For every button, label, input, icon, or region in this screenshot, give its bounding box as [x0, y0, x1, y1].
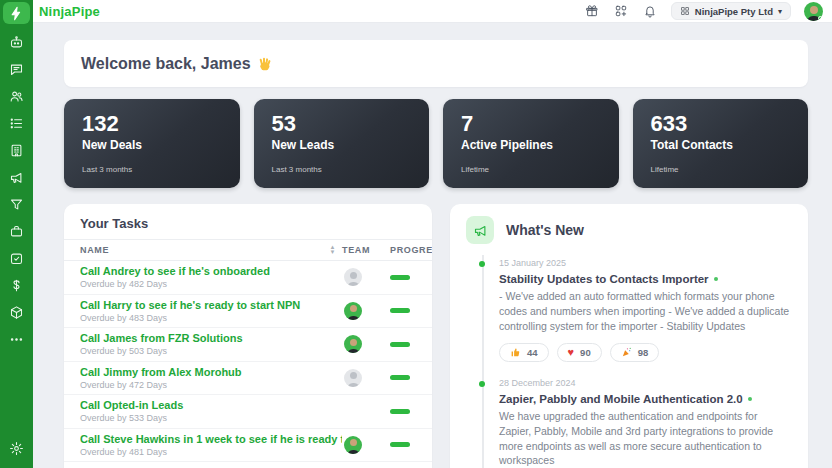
panels-row: Your Tasks NAME ▲▼ TEAM PROGRESS Call An…	[64, 204, 808, 468]
topbar-actions: NinjaPipe Pty Ltd ▾	[584, 2, 823, 21]
apps-add-button[interactable]	[613, 3, 629, 19]
stat-period: Last 3 months	[272, 165, 412, 174]
stat-value: 7	[461, 112, 601, 136]
stat-value: 633	[651, 112, 791, 136]
avatar-head	[810, 6, 818, 14]
sidebar-item-dashboard[interactable]	[3, 2, 30, 24]
sidebar-item-pipelines[interactable]	[3, 191, 30, 218]
stat-period: Last 3 months	[82, 165, 222, 174]
gift-button[interactable]	[584, 3, 600, 19]
building-icon	[9, 143, 24, 158]
column-header-progress[interactable]: PROGRESS	[390, 245, 432, 255]
app-logo: NinjaPipe	[39, 4, 100, 19]
progress-bar	[390, 275, 410, 280]
megaphone-icon	[473, 223, 488, 238]
task-due: Overdue by 482 Days	[80, 279, 342, 289]
task-link[interactable]: Call James from FZR Solutions	[80, 332, 342, 344]
whats-new-panel: What's New 15 January 2025 Stability Upd…	[450, 204, 808, 468]
party-popper-icon	[621, 347, 632, 358]
progress-bar	[390, 375, 410, 380]
sidebar-item-tasks[interactable]	[3, 245, 30, 272]
progress-bar	[390, 308, 410, 313]
stat-value: 53	[272, 112, 412, 136]
check-square-icon	[9, 251, 24, 266]
workspace-switcher[interactable]: NinjaPipe Pty Ltd ▾	[671, 2, 791, 20]
column-header-name[interactable]: NAME ▲▼	[80, 245, 342, 255]
sort-icon[interactable]: ▲▼	[329, 245, 336, 255]
users-icon	[9, 89, 24, 104]
sidebar-item-payments[interactable]	[3, 272, 30, 299]
dollar-icon	[9, 278, 24, 293]
welcome-greeting: Welcome back, James	[81, 55, 251, 73]
workspace-grid-icon	[680, 6, 690, 16]
sidebar-item-more[interactable]	[3, 326, 30, 353]
cube-icon	[9, 305, 24, 320]
task-link[interactable]: Call Opted-in Leads	[80, 399, 342, 411]
reaction-thumbs-up[interactable]: 44	[499, 343, 549, 362]
app-root: NinjaPipe NinjaPipe Pty Ltd ▾	[0, 0, 832, 468]
stat-label: Active Pipelines	[461, 138, 601, 152]
progress-bar	[390, 409, 410, 414]
reaction-heart[interactable]: ♥ 90	[557, 343, 602, 362]
bot-icon	[9, 35, 24, 50]
table-row: Call Steve Hawkins in 1 week to see if h…	[64, 429, 432, 463]
stat-period: Lifetime	[651, 165, 791, 174]
progress-bar	[390, 342, 410, 347]
team-avatar-placeholder	[344, 369, 362, 387]
task-due: Overdue by 503 Days	[80, 346, 342, 356]
megaphone-icon	[9, 170, 24, 185]
briefcase-icon	[9, 224, 24, 239]
stats-row: 132 New Deals Last 3 months 53 New Leads…	[64, 99, 808, 188]
stat-card-active-pipelines: 7 Active Pipelines Lifetime	[443, 99, 619, 188]
table-row: Call Harry to see if he's ready to start…	[64, 295, 432, 329]
news-entry: 15 January 2025 Stability Updates to Con…	[499, 255, 792, 362]
news-body: - We've added an auto formatted which fo…	[499, 289, 792, 334]
sidebar-item-products[interactable]	[3, 299, 30, 326]
bell-icon	[643, 4, 657, 18]
task-link[interactable]: Call Steve Hawkins in 1 week to see if h…	[80, 433, 342, 445]
tasks-table-header: NAME ▲▼ TEAM PROGRESS	[64, 240, 432, 261]
sidebar-item-contacts[interactable]	[3, 83, 30, 110]
notifications-button[interactable]	[642, 3, 658, 19]
news-date: 28 December 2024	[499, 378, 792, 388]
thumbs-up-icon	[510, 347, 521, 358]
sidebar-item-lists[interactable]	[3, 110, 30, 137]
stat-card-new-deals: 132 New Deals Last 3 months	[64, 99, 240, 188]
funnel-icon	[9, 197, 24, 212]
ellipsis-icon	[9, 332, 24, 347]
team-avatar	[344, 436, 362, 454]
sidebar-item-companies[interactable]	[3, 137, 30, 164]
team-avatar-placeholder	[344, 268, 362, 286]
reaction-party[interactable]: 98	[610, 343, 660, 362]
stat-label: New Leads	[272, 138, 412, 152]
news-timeline: 15 January 2025 Stability Updates to Con…	[482, 255, 792, 468]
sidebar-item-deals[interactable]	[3, 218, 30, 245]
stat-value: 132	[82, 112, 222, 136]
sidebar-item-campaigns[interactable]	[3, 164, 30, 191]
reactions-row: 44 ♥ 90 98	[499, 343, 792, 362]
tasks-title: Your Tasks	[64, 216, 432, 240]
reaction-count: 44	[527, 347, 538, 358]
list-icon	[9, 116, 24, 131]
task-link[interactable]: Call Jimmy from Alex Morohub	[80, 366, 342, 378]
task-link[interactable]: Call Andrey to see if he's onboarded	[80, 265, 342, 277]
stat-period: Lifetime	[461, 165, 601, 174]
news-body: We have upgraded the authentication and …	[499, 409, 792, 468]
news-date: 15 January 2025	[499, 258, 792, 268]
user-avatar[interactable]	[804, 2, 823, 21]
lightning-icon	[9, 6, 24, 21]
welcome-banner: Welcome back, James	[64, 40, 808, 87]
sidebar-item-settings[interactable]	[3, 435, 30, 462]
table-row: Call Jimmy from Alex Morohub Overdue by …	[64, 362, 432, 396]
task-due: Overdue by 533 Days	[80, 413, 342, 423]
task-due: Overdue by 483 Days	[80, 313, 342, 323]
sidebar-item-bot[interactable]	[3, 29, 30, 56]
chevron-down-icon: ▾	[778, 7, 782, 16]
sidebar-item-chat[interactable]	[3, 56, 30, 83]
table-row: Call With Zac From Fast Recruiters UK	[64, 462, 432, 468]
column-header-team[interactable]: TEAM	[342, 245, 390, 255]
chat-icon	[9, 62, 24, 77]
whats-new-title: What's New	[506, 222, 584, 238]
task-link[interactable]: Call Harry to see if he's ready to start…	[80, 299, 342, 311]
unread-dot	[748, 397, 752, 401]
